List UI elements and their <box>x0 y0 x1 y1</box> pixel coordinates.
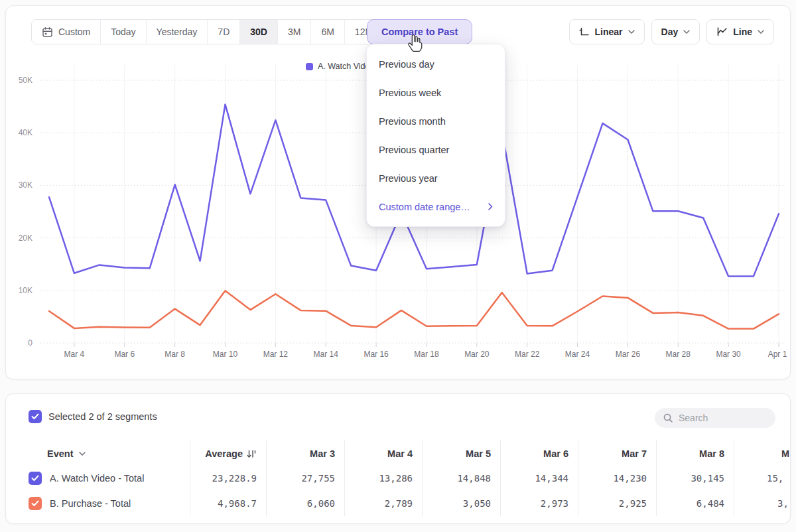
x-tick-label: Mar 14 <box>314 350 339 359</box>
column-divider <box>344 440 345 516</box>
menu-item-previous-month[interactable]: Previous month <box>367 107 505 135</box>
x-tick-label: Mar 20 <box>464 350 490 359</box>
value-cell: 3,050 <box>422 498 500 509</box>
event-header-label: Event <box>47 448 74 459</box>
scale-label: Linear <box>595 27 623 37</box>
search-icon <box>663 413 673 423</box>
x-tick-label: Apr 1 <box>768 350 787 359</box>
range-button-custom[interactable]: Custom <box>32 20 101 44</box>
range-button-6m[interactable]: 6M <box>311 20 344 44</box>
y-tick-label: 30K <box>19 180 33 190</box>
y-tick-label: 50K <box>19 76 33 85</box>
segments-table: EventAverageMar 3Mar 4Mar 5Mar 6Mar 7Mar… <box>6 442 791 516</box>
segments-header: Selected 2 of 2 segments <box>6 394 790 435</box>
range-button-3m[interactable]: 3M <box>278 20 311 44</box>
column-header-mar-8: Mar 8 <box>656 448 734 459</box>
menu-item-label: Previous month <box>379 116 446 127</box>
x-tick-label: Mar 4 <box>64 350 85 359</box>
x-tick-label: Mar 16 <box>364 350 389 359</box>
range-button-label: 6M <box>321 27 334 37</box>
column-header-average[interactable]: Average <box>190 448 266 459</box>
series-line-b-purchase-total <box>49 291 779 328</box>
segments-card: Selected 2 of 2 segments EventAverageMar… <box>5 393 791 524</box>
x-tick-label: Mar 8 <box>165 350 185 359</box>
column-divider <box>656 440 657 516</box>
segment-search[interactable] <box>655 408 775 428</box>
range-button-today[interactable]: Today <box>101 20 146 44</box>
x-tick-label: Mar 6 <box>114 350 135 359</box>
chevron-down-icon <box>758 30 764 34</box>
table-header-row: EventAverageMar 3Mar 4Mar 5Mar 6Mar 7Mar… <box>6 442 791 466</box>
segment-checkbox[interactable] <box>29 497 42 510</box>
column-header-mar-5: Mar 5 <box>422 448 500 459</box>
range-button-label: Today <box>111 27 135 37</box>
segment-label: A. Watch Video - Total <box>50 473 144 484</box>
menu-item-label: Previous quarter <box>379 145 449 155</box>
menu-item-custom-date-range[interactable]: Custom date range… <box>367 192 505 221</box>
check-icon <box>31 413 39 420</box>
chart-type-label: Line <box>733 27 752 37</box>
select-all-checkbox[interactable] <box>29 410 42 423</box>
column-divider <box>190 440 190 516</box>
menu-item-previous-year[interactable]: Previous year <box>367 164 505 192</box>
column-header-clipped: M <box>734 448 791 459</box>
value-cell: 4,968.7 <box>190 498 266 509</box>
value-cell: 27,755 <box>266 473 344 484</box>
menu-item-previous-week[interactable]: Previous week <box>367 78 505 107</box>
range-button-label: 3M <box>288 27 300 37</box>
check-icon <box>31 500 39 507</box>
compare-to-past-menu: Previous dayPrevious weekPrevious monthP… <box>366 44 505 227</box>
search-input[interactable] <box>679 413 765 423</box>
x-tick-label: Mar 30 <box>716 350 741 359</box>
column-divider <box>734 440 734 516</box>
granularity-label: Day <box>661 27 679 37</box>
line-chart-icon <box>716 27 728 37</box>
segment-checkbox[interactable] <box>29 472 42 485</box>
table-row-b-purchase-total: B. Purchase - Total4,968.76,0602,7893,05… <box>6 491 791 516</box>
chevron-right-icon <box>488 203 493 210</box>
chart-controls: Linear Day Line <box>569 19 774 44</box>
y-tick-label: 10K <box>19 286 33 295</box>
table-row-a-watch-video-total: A. Watch Video - Total23,228.927,75513,2… <box>6 466 791 491</box>
chart-type-dropdown-button[interactable]: Line <box>706 19 774 44</box>
value-cell: 14,344 <box>500 473 578 484</box>
range-button-label: Yesterday <box>157 27 198 37</box>
value-cell: 23,228.9 <box>190 473 266 484</box>
range-button-7d[interactable]: 7D <box>208 20 240 44</box>
column-divider <box>266 440 267 516</box>
value-cell: 30,145 <box>656 473 734 484</box>
y-tick-label: 20K <box>19 233 33 243</box>
chevron-down-icon <box>628 30 635 34</box>
range-button-label: Custom <box>58 27 90 37</box>
menu-item-label: Previous year <box>379 173 438 184</box>
value-cell-clipped: 3, <box>734 498 791 509</box>
y-tick-label: 40K <box>19 128 33 137</box>
event-cell: B. Purchase - Total <box>33 497 190 510</box>
calendar-icon <box>42 27 53 38</box>
event-cell: A. Watch Video - Total <box>33 472 190 485</box>
analytics-dashboard: CustomTodayYesterday7D30D3M6M12M Compare… <box>0 0 796 532</box>
column-divider <box>500 440 501 516</box>
scale-dropdown-button[interactable]: Linear <box>569 19 645 44</box>
y-tick-label: 0 <box>28 338 33 348</box>
value-cell: 14,848 <box>422 473 500 484</box>
column-header-event[interactable]: Event <box>33 448 190 459</box>
range-button-30d[interactable]: 30D <box>240 20 278 44</box>
sort-descending-icon <box>247 450 257 458</box>
range-button-yesterday[interactable]: Yesterday <box>147 20 208 44</box>
compare-to-past-label: Compare to Past <box>381 27 458 37</box>
menu-item-label: Previous week <box>379 88 441 98</box>
value-cell: 14,230 <box>578 473 656 484</box>
value-cell: 2,973 <box>500 498 578 509</box>
compare-to-past-button[interactable]: Compare to Past <box>367 19 472 44</box>
chevron-down-icon <box>683 30 690 34</box>
average-header-label: Average <box>205 448 243 459</box>
menu-item-previous-quarter[interactable]: Previous quarter <box>367 135 505 164</box>
linear-scale-icon <box>579 27 590 37</box>
menu-item-previous-day[interactable]: Previous day <box>367 50 505 78</box>
segment-label: B. Purchase - Total <box>50 498 131 509</box>
x-tick-label: Mar 10 <box>213 350 238 359</box>
x-tick-label: Mar 28 <box>666 350 691 359</box>
x-tick-label: Mar 26 <box>616 350 641 359</box>
granularity-dropdown-button[interactable]: Day <box>651 19 700 44</box>
